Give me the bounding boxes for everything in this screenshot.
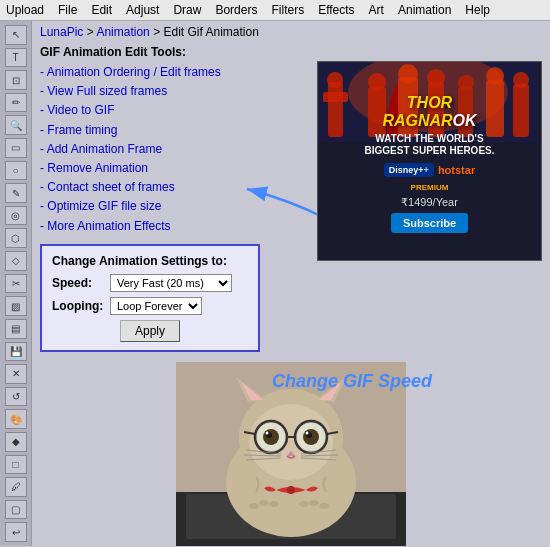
svg-point-53 bbox=[269, 501, 279, 507]
menu-animation[interactable]: Animation bbox=[396, 2, 453, 18]
ad-title: THORRAGNAROK bbox=[364, 94, 494, 129]
square-tool-icon[interactable]: □ bbox=[5, 455, 27, 475]
svg-point-11 bbox=[427, 69, 445, 87]
annotation-text: Change GIF Speed bbox=[272, 371, 432, 391]
svg-rect-4 bbox=[323, 92, 348, 102]
svg-point-55 bbox=[309, 500, 319, 506]
close-tool-icon[interactable]: ✕ bbox=[5, 364, 27, 384]
menu-edit[interactable]: Edit bbox=[89, 2, 114, 18]
looping-label: Looping: bbox=[52, 299, 110, 313]
ad-hotstar: hotstar bbox=[438, 164, 475, 176]
menu-draw[interactable]: Draw bbox=[171, 2, 203, 18]
svg-point-17 bbox=[513, 72, 529, 88]
svg-point-5 bbox=[327, 72, 343, 88]
svg-point-51 bbox=[249, 503, 259, 509]
main-layout: ↖ T ⊡ ✏ 🔍 ▭ ○ ✎ ◎ ⬡ ◇ ✂ ▨ ▤ 💾 ✕ ↺ 🎨 ◆ □ … bbox=[0, 21, 550, 546]
menu-file[interactable]: File bbox=[56, 2, 79, 18]
breadcrumb-current: Edit Gif Animation bbox=[163, 25, 258, 39]
ad-subscribe-button[interactable]: Subscribe bbox=[391, 213, 468, 233]
svg-point-15 bbox=[486, 67, 504, 85]
brush-tool-icon[interactable]: ✏ bbox=[5, 93, 27, 113]
svg-point-54 bbox=[299, 501, 309, 507]
shape-tool-icon[interactable]: ◇ bbox=[5, 251, 27, 271]
svg-point-56 bbox=[319, 503, 329, 509]
pencil-tool-icon[interactable]: ✎ bbox=[5, 183, 27, 203]
looping-row: Looping: Loop Forever Loop Once No Loop bbox=[52, 297, 248, 315]
ad-price: ₹1499/Year bbox=[364, 196, 494, 209]
menu-art[interactable]: Art bbox=[367, 2, 386, 18]
polygon-tool-icon[interactable]: ⬡ bbox=[5, 228, 27, 248]
ad-content: Ad × bbox=[318, 62, 541, 260]
svg-rect-16 bbox=[513, 84, 529, 137]
svg-point-48 bbox=[287, 486, 295, 494]
left-toolbar: ↖ T ⊡ ✏ 🔍 ▭ ○ ✎ ◎ ⬡ ◇ ✂ ▨ ▤ 💾 ✕ ↺ 🎨 ◆ □ … bbox=[0, 21, 32, 546]
breadcrumb-sep1: > bbox=[87, 25, 97, 39]
breadcrumb-sep2: > bbox=[153, 25, 163, 39]
svg-point-50 bbox=[294, 495, 338, 519]
ad-tagline: WATCH THE WORLD'SBIGGEST SUPER HEROES. bbox=[364, 133, 494, 157]
breadcrumb-animation[interactable]: Animation bbox=[96, 25, 149, 39]
menu-upload[interactable]: Upload bbox=[4, 2, 46, 18]
looping-select[interactable]: Loop Forever Loop Once No Loop bbox=[110, 297, 202, 315]
rect-tool-icon[interactable]: ▭ bbox=[5, 138, 27, 158]
menu-adjust[interactable]: Adjust bbox=[124, 2, 161, 18]
speed-select[interactable]: Very Fast (20 ms) Fast (40 ms) Normal (1… bbox=[110, 274, 232, 292]
text-tool-icon[interactable]: T bbox=[5, 48, 27, 68]
apply-button[interactable]: Apply bbox=[120, 320, 180, 342]
ad-disney-logo: Disney++ bbox=[384, 163, 434, 177]
breadcrumb: LunaPic > Animation > Edit Gif Animation bbox=[40, 25, 542, 39]
svg-point-39 bbox=[266, 431, 269, 434]
content-area: LunaPic > Animation > Edit Gif Animation… bbox=[32, 21, 550, 546]
svg-point-40 bbox=[306, 431, 309, 434]
menu-help[interactable]: Help bbox=[463, 2, 492, 18]
settings-box: Change Animation Settings to: Speed: Ver… bbox=[40, 244, 260, 352]
color-tool-icon[interactable]: 🎨 bbox=[5, 409, 27, 429]
annotation-area: Change GIF Speed bbox=[272, 371, 432, 392]
gradient-tool-icon[interactable]: ▤ bbox=[5, 319, 27, 339]
circle-tool-icon[interactable]: ○ bbox=[5, 161, 27, 181]
diamond-tool-icon[interactable]: ◆ bbox=[5, 432, 27, 452]
menu-filters[interactable]: Filters bbox=[269, 2, 306, 18]
menu-effects[interactable]: Effects bbox=[316, 2, 356, 18]
speed-label: Speed: bbox=[52, 276, 110, 290]
svg-point-9 bbox=[398, 64, 418, 84]
crop-tool-icon[interactable]: ⊡ bbox=[5, 70, 27, 90]
select-tool-icon[interactable]: ↖ bbox=[5, 25, 27, 45]
advertisement: Ad × bbox=[317, 61, 542, 261]
frame-tool-icon[interactable]: ▢ bbox=[5, 500, 27, 520]
scissors-tool-icon[interactable]: ✂ bbox=[5, 274, 27, 294]
save-tool-icon[interactable]: 💾 bbox=[5, 342, 27, 362]
back-tool-icon[interactable]: ↩ bbox=[5, 522, 27, 542]
menu-borders[interactable]: Borders bbox=[213, 2, 259, 18]
menu-bar: Upload File Edit Adjust Draw Borders Fil… bbox=[0, 0, 550, 21]
speed-row: Speed: Very Fast (20 ms) Fast (40 ms) No… bbox=[52, 274, 248, 292]
svg-point-52 bbox=[259, 500, 269, 506]
pen-tool-icon[interactable]: 🖊 bbox=[5, 477, 27, 497]
settings-title: Change Animation Settings to: bbox=[52, 254, 248, 268]
breadcrumb-lunapic[interactable]: LunaPic bbox=[40, 25, 83, 39]
zoom-tool-icon[interactable]: 🔍 bbox=[5, 115, 27, 135]
svg-rect-3 bbox=[328, 82, 343, 137]
undo-tool-icon[interactable]: ↺ bbox=[5, 387, 27, 407]
ellipse-tool-icon[interactable]: ◎ bbox=[5, 206, 27, 226]
fill-tool-icon[interactable]: ▨ bbox=[5, 296, 27, 316]
gif-tools-title: GIF Animation Edit Tools: bbox=[40, 45, 542, 59]
ad-premium-badge: PREMIUM bbox=[364, 183, 494, 192]
